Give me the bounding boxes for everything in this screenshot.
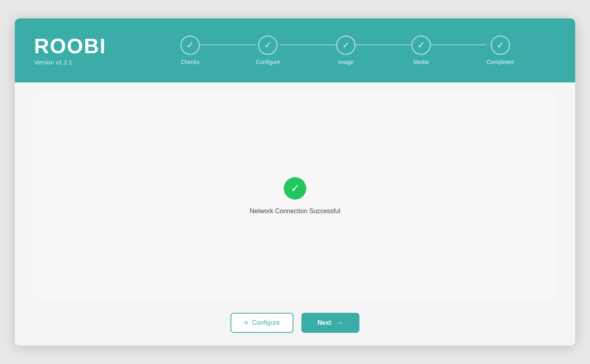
step-configure-label: Configure (256, 59, 280, 65)
stepper: ✓ Checks ✓ Configure ✓ Image (138, 36, 556, 65)
success-message: Network Connection Successful (250, 208, 340, 215)
check-icon: ✓ (497, 40, 504, 50)
step-checks-circle: ✓ (181, 36, 200, 55)
content-area: ✓ Network Connection Successful (34, 92, 556, 300)
main-content: ✓ Network Connection Successful ≡ Config… (15, 82, 575, 346)
connector-3 (355, 44, 411, 45)
checkmark-icon: ✓ (291, 183, 300, 194)
step-media-label: Media (413, 59, 429, 65)
success-icon: ✓ (284, 177, 306, 200)
step-checks: ✓ Checks (181, 36, 200, 65)
configure-button[interactable]: ≡ Configure (231, 313, 293, 333)
check-icon: ✓ (264, 40, 271, 50)
step-image-label: Image (338, 59, 353, 65)
next-button-label: Next (317, 319, 331, 326)
check-icon: ✓ (342, 40, 349, 50)
connector-1 (200, 44, 256, 45)
step-media: ✓ Media (411, 36, 431, 65)
step-image: ✓ Image (336, 36, 355, 65)
brand: ROOBI Version v1.2.1 (34, 36, 106, 66)
step-media-circle: ✓ (411, 36, 431, 55)
step-image-circle: ✓ (336, 36, 355, 55)
connector-2 (280, 44, 336, 45)
check-icon: ✓ (187, 40, 194, 50)
hamburger-icon: ≡ (244, 319, 248, 326)
next-button[interactable]: Next → (301, 313, 359, 333)
footer-buttons: ≡ Configure Next → (34, 313, 556, 333)
header: ROOBI Version v1.2.1 ✓ Checks ✓ Configur… (15, 18, 575, 82)
step-configure: ✓ Configure (256, 36, 280, 65)
brand-name: ROOBI (34, 36, 106, 56)
step-checks-label: Checks (181, 59, 200, 65)
arrow-right-icon: → (336, 319, 343, 327)
step-completed-circle: ✓ (491, 36, 510, 55)
configure-button-label: Configure (252, 319, 280, 326)
step-completed: ✓ Completed (487, 36, 514, 65)
check-icon: ✓ (417, 40, 425, 50)
app-window: ROOBI Version v1.2.1 ✓ Checks ✓ Configur… (15, 18, 575, 346)
step-configure-circle: ✓ (258, 36, 277, 55)
brand-version: Version v1.2.1 (34, 59, 106, 66)
connector-4 (431, 44, 487, 45)
step-completed-label: Completed (487, 59, 514, 65)
